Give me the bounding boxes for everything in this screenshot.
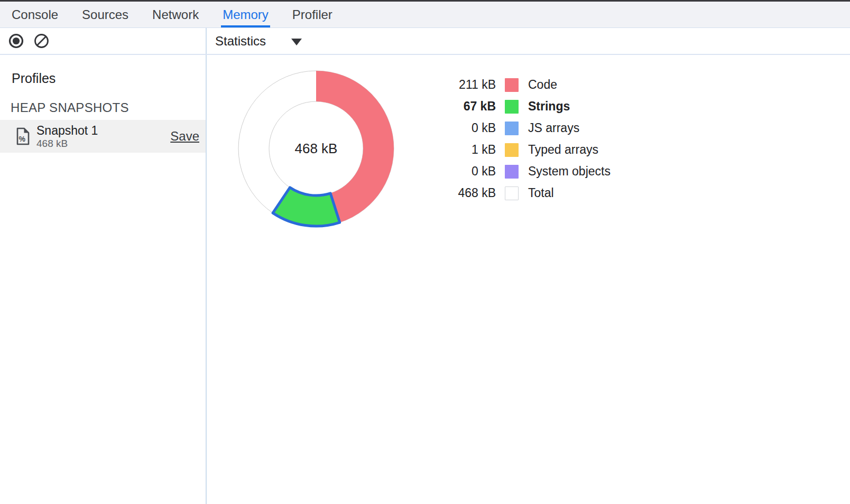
- panel-body: Profiles HEAP SNAPSHOTS % Snapshot 1 468…: [0, 55, 850, 504]
- tab-label: Sources: [82, 7, 128, 22]
- legend-row-strings[interactable]: 67 kB Strings: [432, 96, 611, 117]
- legend-label: Total: [528, 186, 554, 200]
- system-objects-swatch-icon: [505, 165, 519, 179]
- legend-label: Strings: [528, 99, 570, 114]
- snapshot-title: Snapshot 1: [36, 124, 170, 137]
- clear-profiles-button[interactable]: [33, 33, 50, 49]
- strings-swatch-icon: [505, 100, 519, 114]
- total-swatch-icon: [505, 186, 519, 200]
- legend-value: 0 kB: [432, 164, 496, 179]
- memory-toolbar: Statistics: [0, 28, 850, 55]
- code-swatch-icon: [505, 78, 519, 92]
- legend-value: 468 kB: [432, 186, 496, 200]
- legend-label: JS arrays: [528, 121, 579, 135]
- record-icon: [8, 33, 24, 49]
- tab-label: Profiler: [292, 7, 332, 22]
- tab-network[interactable]: Network: [152, 2, 199, 27]
- heap-snapshot-file-icon: %: [16, 127, 30, 145]
- chevron-down-icon: [291, 39, 302, 45]
- snapshot-list-item[interactable]: % Snapshot 1 468 kB Save: [0, 120, 206, 153]
- statistics-view: 468 kB 211 kB Code 67 kB Strings 0 kB JS…: [207, 55, 850, 504]
- legend-row-total[interactable]: 468 kB Total: [432, 182, 611, 204]
- tab-console[interactable]: Console: [12, 2, 58, 27]
- legend-row-typed-arrays[interactable]: 1 kB Typed arrays: [432, 139, 611, 161]
- perspective-select[interactable]: Statistics: [215, 34, 302, 49]
- toolbar-left-section: [0, 28, 207, 54]
- svg-text:%: %: [19, 135, 26, 143]
- typed-arrays-swatch-icon: [505, 143, 519, 157]
- profiles-sidebar: Profiles HEAP SNAPSHOTS % Snapshot 1 468…: [0, 55, 207, 504]
- legend-row-js-arrays[interactable]: 0 kB JS arrays: [432, 117, 611, 139]
- tab-label: Network: [152, 7, 199, 22]
- heap-snapshots-section-heading: HEAP SNAPSHOTS: [11, 100, 206, 115]
- heap-statistics-donut-chart[interactable]: 468 kB: [232, 64, 401, 233]
- donut-center-total-label: 468 kB: [295, 141, 338, 156]
- tab-label: Console: [12, 7, 58, 22]
- tab-memory[interactable]: Memory: [223, 2, 269, 27]
- save-snapshot-link[interactable]: Save: [170, 129, 199, 144]
- legend-label: Typed arrays: [528, 143, 598, 157]
- legend-value: 211 kB: [432, 78, 496, 92]
- perspective-select-value: Statistics: [215, 34, 266, 49]
- profiles-heading: Profiles: [12, 71, 206, 86]
- legend-value: 1 kB: [432, 143, 496, 157]
- devtools-tab-bar: Console Sources Network Memory Profiler: [0, 2, 850, 28]
- tab-label: Memory: [223, 7, 269, 22]
- legend-row-code[interactable]: 211 kB Code: [432, 74, 611, 96]
- donut-segment-strings: [273, 188, 340, 226]
- js-arrays-swatch-icon: [505, 122, 519, 135]
- legend-label: System objects: [528, 164, 611, 179]
- record-heap-snapshot-button[interactable]: [8, 33, 24, 49]
- snapshot-size: 468 kB: [36, 138, 170, 149]
- legend-row-system-objects[interactable]: 0 kB System objects: [432, 161, 611, 182]
- chart-legend: 211 kB Code 67 kB Strings 0 kB JS arrays…: [432, 74, 611, 204]
- tab-sources[interactable]: Sources: [82, 2, 128, 27]
- legend-label: Code: [528, 78, 557, 92]
- tab-profiler[interactable]: Profiler: [292, 2, 332, 27]
- legend-value: 67 kB: [432, 99, 496, 114]
- clear-icon: [33, 33, 50, 49]
- toolbar-right-section: Statistics: [207, 28, 850, 54]
- snapshot-info: Snapshot 1 468 kB: [36, 124, 170, 149]
- legend-value: 0 kB: [432, 121, 496, 135]
